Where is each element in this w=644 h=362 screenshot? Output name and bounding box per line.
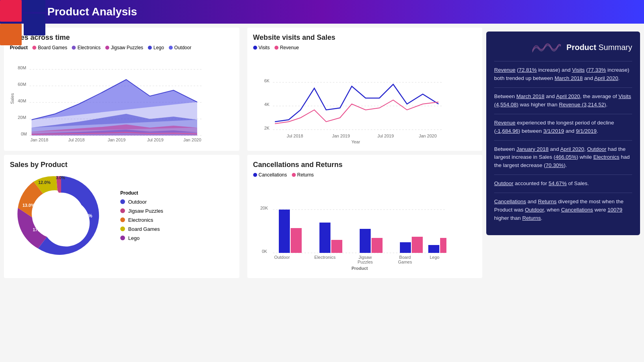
website-visits-legend: Visits Revenue	[253, 45, 477, 50]
svg-text:Board: Board	[399, 255, 411, 260]
cancellations-dot	[253, 173, 257, 177]
lego-dot	[148, 46, 152, 50]
bar-outdoor-cancel	[279, 210, 290, 253]
cancellations-chart: 0K 20K	[253, 180, 446, 271]
svg-text:Jan 2020: Jan 2020	[419, 134, 437, 138]
svg-rect-1	[24, 0, 45, 12]
summary-para-2: Between March 2018 and April 2020, the a…	[494, 87, 632, 109]
svg-text:Outdoor: Outdoor	[274, 255, 290, 260]
svg-text:Jan 2018: Jan 2018	[30, 137, 48, 142]
svg-text:0M: 0M	[21, 132, 27, 136]
svg-text:Lego: Lego	[429, 255, 439, 260]
donut-jigsaw: Jigsaw Puzzles	[120, 208, 163, 214]
legend-outdoor: Outdoor	[169, 45, 191, 50]
bar-outdoor-returns	[291, 228, 302, 253]
lego-legend-label: Lego	[128, 235, 140, 241]
svg-text:Jan 2019: Jan 2019	[332, 134, 350, 138]
svg-text:Puzzles: Puzzles	[357, 260, 373, 264]
svg-text:60M: 60M	[18, 82, 26, 87]
svg-text:0K: 0K	[262, 249, 267, 254]
bar-electronics-cancel	[319, 223, 330, 253]
page-title: Product Analysis	[47, 6, 137, 18]
outdoor-label: Outdoor	[174, 45, 191, 50]
svg-text:Jan 2020: Jan 2020	[183, 137, 201, 142]
legend-jigsaw: Jigsaw Puzzles	[105, 45, 143, 50]
legend-electronics: Electronics	[72, 45, 101, 50]
website-visits-chart: 2K 4K 6K Jul 2018 Jan 2019 Jul 2019 Jan …	[253, 53, 446, 143]
svg-text:Jul 2019: Jul 2019	[377, 134, 394, 138]
svg-text:20M: 20M	[18, 115, 26, 120]
summary-para-1: Revenue (72.81% increase) and Visits (77…	[494, 61, 632, 83]
sales-by-product-title: Sales by Product	[10, 161, 233, 169]
lego-label: Lego	[153, 45, 164, 50]
charts-area: Sales across time Product Board Games El…	[4, 28, 482, 278]
svg-text:12.0%: 12.0%	[38, 180, 50, 185]
legend-cancellations: Cancellations	[253, 172, 287, 178]
header: Product Analysis	[0, 0, 644, 24]
boardgames-legend-label: Board Games	[128, 226, 160, 232]
legend-lego: Lego	[148, 45, 164, 50]
donut-electronics: Electronics	[120, 217, 163, 223]
cancellations-label: Cancellations	[259, 172, 287, 178]
returns-dot	[292, 173, 296, 177]
summary-title: Product Summary	[566, 43, 632, 52]
svg-text:Year: Year	[351, 139, 360, 143]
summary-para-5: Outdoor accounted for 54.67% of Sales.	[494, 175, 632, 188]
svg-text:Product: Product	[351, 266, 368, 271]
svg-point-40	[38, 193, 84, 238]
legend-visits: Visits	[253, 45, 270, 50]
donut-legend-title: Product	[120, 190, 163, 196]
summary-panel: Product Summary Revenue (72.81% increase…	[486, 32, 640, 235]
outdoor-legend-label: Outdoor	[128, 199, 147, 205]
legend-returns: Returns	[292, 172, 314, 178]
donut-section: 54.7% 17.4% 13.0% 12.0% 3.0% Product Out…	[10, 172, 233, 259]
outdoor-legend-dot	[120, 199, 125, 204]
jigsaw-dot	[105, 46, 109, 50]
visits-dot	[253, 46, 257, 50]
svg-text:3.0%: 3.0%	[56, 176, 65, 180]
cancellations-legend: Cancellations Returns	[253, 172, 477, 178]
svg-text:Jan 2019: Jan 2019	[108, 137, 125, 142]
donut-lego: Lego	[120, 235, 163, 241]
donut-boardgames: Board Games	[120, 226, 163, 232]
svg-rect-0	[0, 0, 22, 22]
electronics-dot	[72, 46, 76, 50]
donut-outdoor: Outdoor	[120, 199, 163, 205]
summary-para-6: Cancellations and Returns diverged the m…	[494, 193, 632, 223]
svg-text:17.4%: 17.4%	[33, 227, 45, 232]
summary-scroll-area[interactable]: Revenue (72.81% increase) and Visits (77…	[494, 61, 632, 227]
bar-electronics-returns	[331, 240, 342, 253]
logo-area	[0, 0, 51, 51]
legend-revenue: Revenue	[274, 45, 299, 50]
svg-rect-3	[24, 14, 45, 35]
electronics-label: Electronics	[77, 45, 101, 50]
svg-text:6K: 6K	[264, 78, 270, 83]
bar-lego-cancel	[428, 245, 439, 253]
svg-text:4K: 4K	[264, 102, 270, 107]
svg-text:13.0%: 13.0%	[22, 203, 35, 208]
svg-text:Games: Games	[398, 260, 412, 264]
svg-text:54.7%: 54.7%	[79, 213, 92, 219]
svg-text:Electronics: Electronics	[314, 255, 336, 260]
boardgames-legend-dot	[120, 226, 125, 231]
bar-boardgames-cancel	[400, 242, 411, 253]
cancellations-title: Cancellations and Returns	[253, 161, 477, 169]
summary-waves-icon	[531, 39, 562, 55]
main-content: Sales across time Product Board Games El…	[0, 24, 644, 282]
svg-text:Jigsaw: Jigsaw	[358, 255, 372, 260]
svg-text:Jul 2019: Jul 2019	[147, 137, 164, 142]
bar-lego-returns	[440, 238, 446, 253]
jigsaw-legend-dot	[120, 208, 125, 213]
jigsaw-legend-label: Jigsaw Puzzles	[128, 208, 163, 214]
svg-text:80M: 80M	[18, 65, 26, 70]
visits-label: Visits	[259, 45, 270, 50]
outdoor-dot	[169, 46, 173, 50]
svg-rect-2	[0, 24, 22, 45]
donut-legend: Product Outdoor Jigsaw Puzzles Electroni…	[120, 190, 163, 241]
lego-legend-dot	[120, 236, 125, 240]
svg-text:40M: 40M	[18, 98, 26, 103]
revenue-label: Revenue	[280, 45, 299, 50]
sales-by-product-panel: Sales by Product	[4, 155, 239, 278]
charts-row-1: Sales across time Product Board Games El…	[4, 28, 482, 151]
charts-row-2: Sales by Product	[4, 155, 482, 278]
